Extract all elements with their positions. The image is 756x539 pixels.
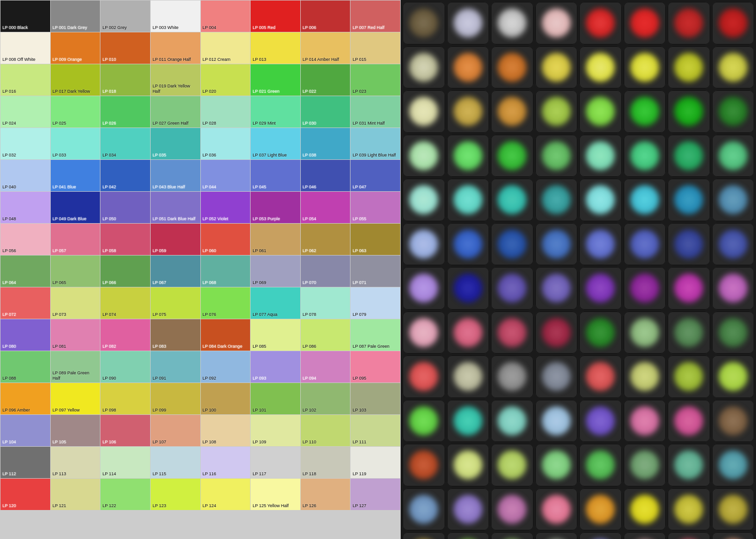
color-swatch-077[interactable]: LP 077 Aqua — [251, 287, 300, 319]
color-swatch-002[interactable]: LP 002 Grey — [100, 0, 150, 32]
color-swatch-075[interactable]: LP 075 — [151, 287, 200, 319]
pad-51[interactable] — [535, 267, 578, 310]
color-swatch-052[interactable]: LP 052 Violet — [201, 192, 251, 223]
color-swatch-038[interactable]: LP 038 — [301, 128, 350, 159]
pad-14[interactable] — [668, 46, 710, 89]
pad-6[interactable] — [668, 2, 710, 44]
pad-53[interactable] — [624, 267, 666, 310]
color-swatch-080[interactable]: LP 080 — [0, 319, 50, 351]
color-swatch-067[interactable]: LP 067 — [151, 255, 200, 287]
pad-60[interactable] — [579, 312, 622, 354]
color-swatch-030[interactable]: LP 030 — [301, 96, 350, 128]
color-swatch-054[interactable]: LP 054 — [301, 192, 350, 223]
color-swatch-116[interactable]: LP 116 — [201, 447, 251, 478]
pad-62[interactable] — [668, 312, 710, 354]
pad-18[interactable] — [491, 90, 533, 133]
color-swatch-005[interactable]: LP 005 Red — [251, 0, 300, 32]
pad-77[interactable] — [624, 400, 666, 442]
pad-21[interactable] — [624, 90, 666, 133]
color-swatch-120[interactable]: LP 120 — [0, 479, 50, 510]
pad-49[interactable] — [447, 267, 490, 310]
color-swatch-035[interactable]: LP 035 — [151, 128, 200, 159]
pad-100[interactable] — [579, 532, 622, 539]
color-swatch-003[interactable]: LP 003 White — [151, 0, 200, 32]
color-swatch-049[interactable]: LP 049 Dark Blue — [51, 192, 100, 223]
color-swatch-008[interactable]: LP 008 Off White — [0, 32, 50, 64]
pad-40[interactable] — [403, 223, 445, 266]
pad-68[interactable] — [579, 355, 622, 398]
pad-48[interactable] — [403, 267, 445, 310]
color-swatch-064[interactable]: LP 064 — [0, 255, 50, 287]
color-swatch-093[interactable]: LP 093 — [251, 351, 300, 383]
pad-36[interactable] — [579, 179, 622, 221]
color-swatch-013[interactable]: LP 013 — [251, 32, 300, 64]
color-swatch-066[interactable]: LP 066 — [100, 255, 150, 287]
color-swatch-020[interactable]: LP 020 — [201, 64, 251, 96]
pad-29[interactable] — [624, 135, 666, 177]
color-swatch-076[interactable]: LP 076 — [201, 287, 251, 319]
pad-63[interactable] — [712, 312, 755, 354]
pad-41[interactable] — [447, 223, 490, 266]
color-swatch-118[interactable]: LP 118 — [301, 447, 350, 478]
pad-54[interactable] — [668, 267, 710, 310]
color-swatch-062[interactable]: LP 062 — [301, 224, 350, 255]
color-swatch-094[interactable]: LP 094 — [301, 351, 350, 383]
color-swatch-072[interactable]: LP 072 — [0, 287, 50, 319]
color-swatch-097[interactable]: LP 097 Yellow — [51, 383, 100, 414]
color-swatch-014[interactable]: LP 014 Amber Half — [301, 32, 350, 64]
pad-15[interactable] — [712, 46, 755, 89]
color-swatch-031[interactable]: LP 031 Mint Half — [350, 96, 400, 128]
pad-52[interactable] — [579, 267, 622, 310]
color-swatch-009[interactable]: LP 009 Orange — [51, 32, 100, 64]
pad-44[interactable] — [579, 223, 622, 266]
pad-102[interactable] — [668, 532, 710, 539]
color-swatch-112[interactable]: LP 112 — [0, 447, 50, 478]
color-swatch-114[interactable]: LP 114 — [100, 447, 150, 478]
color-swatch-122[interactable]: LP 122 — [100, 479, 150, 510]
color-swatch-032[interactable]: LP 032 — [0, 128, 50, 159]
color-swatch-057[interactable]: LP 057 — [51, 224, 100, 255]
pad-20[interactable] — [579, 90, 622, 133]
color-swatch-101[interactable]: LP 101 — [251, 383, 300, 414]
color-swatch-019[interactable]: LP 019 Dark Yellow Half — [151, 64, 200, 96]
color-swatch-036[interactable]: LP 036 — [201, 128, 251, 159]
pad-88[interactable] — [403, 488, 445, 531]
color-swatch-047[interactable]: LP 047 — [350, 160, 400, 191]
pad-0[interactable] — [403, 2, 445, 44]
color-swatch-100[interactable]: LP 100 — [201, 383, 251, 414]
color-swatch-121[interactable]: LP 121 — [51, 479, 100, 510]
color-swatch-025[interactable]: LP 025 — [51, 96, 100, 128]
color-swatch-065[interactable]: LP 065 — [51, 255, 100, 287]
pad-55[interactable] — [712, 267, 755, 310]
pad-64[interactable] — [403, 355, 445, 398]
color-swatch-078[interactable]: LP 078 — [301, 287, 350, 319]
color-swatch-023[interactable]: LP 023 — [350, 64, 400, 96]
pad-22[interactable] — [668, 90, 710, 133]
color-swatch-108[interactable]: LP 108 — [201, 415, 251, 446]
color-swatch-055[interactable]: LP 055 — [350, 192, 400, 223]
pad-39[interactable] — [712, 179, 755, 221]
color-swatch-095[interactable]: LP 095 — [350, 351, 400, 383]
color-swatch-068[interactable]: LP 068 — [201, 255, 251, 287]
color-swatch-026[interactable]: LP 026 — [100, 96, 150, 128]
color-swatch-053[interactable]: LP 053 Purple — [251, 192, 300, 223]
pad-83[interactable] — [535, 444, 578, 486]
pad-24[interactable] — [403, 135, 445, 177]
color-swatch-017[interactable]: LP 017 Dark Yellow — [51, 64, 100, 96]
pad-34[interactable] — [491, 179, 533, 221]
color-swatch-059[interactable]: LP 059 — [151, 224, 200, 255]
pad-8[interactable] — [403, 46, 445, 89]
color-swatch-083[interactable]: LP 083 — [151, 319, 200, 351]
pad-17[interactable] — [447, 90, 490, 133]
pad-71[interactable] — [712, 355, 755, 398]
pad-70[interactable] — [668, 355, 710, 398]
pad-45[interactable] — [624, 223, 666, 266]
color-swatch-000[interactable]: LP 000 Black — [0, 0, 50, 32]
color-swatch-042[interactable]: LP 042 — [100, 160, 150, 191]
color-swatch-048[interactable]: LP 048 — [0, 192, 50, 223]
color-swatch-110[interactable]: LP 110 — [301, 415, 350, 446]
pad-12[interactable] — [579, 46, 622, 89]
color-swatch-096[interactable]: LP 096 Amber — [0, 383, 50, 414]
color-swatch-111[interactable]: LP 111 — [350, 415, 400, 446]
pad-37[interactable] — [624, 179, 666, 221]
